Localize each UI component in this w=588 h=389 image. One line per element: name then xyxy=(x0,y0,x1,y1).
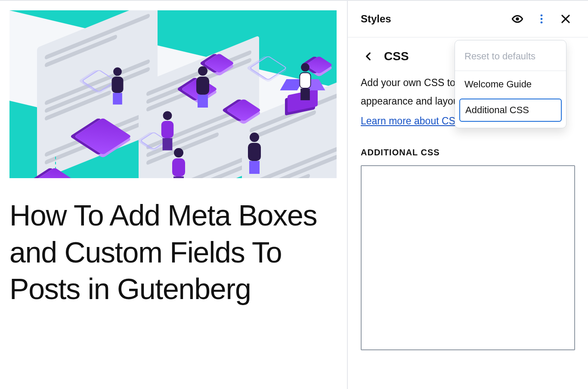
sidebar-body: Reset to defaults Welcome Guide Addition… xyxy=(348,37,588,389)
editor-canvas[interactable]: How To Add Meta Boxes and Custom Fields … xyxy=(0,1,347,389)
app-root: How To Add Meta Boxes and Custom Fields … xyxy=(0,0,588,389)
svg-point-0 xyxy=(516,17,519,20)
styles-sidebar: Styles Reset to defaults Welcome Guide A… xyxy=(347,1,588,389)
eye-icon xyxy=(511,13,523,25)
back-button[interactable] xyxy=(361,49,376,64)
menu-item-welcome-guide[interactable]: Welcome Guide xyxy=(455,71,566,96)
svg-point-1 xyxy=(541,14,543,16)
kebab-icon xyxy=(535,13,548,25)
more-options-button[interactable] xyxy=(532,9,551,28)
svg-point-3 xyxy=(541,22,543,24)
additional-css-label: ADDITIONAL CSS xyxy=(361,148,575,157)
options-dropdown: Reset to defaults Welcome Guide Addition… xyxy=(455,40,566,128)
sidebar-title: Styles xyxy=(361,13,391,25)
chevron-left-icon xyxy=(363,51,374,62)
menu-item-reset: Reset to defaults xyxy=(455,45,566,68)
style-book-button[interactable] xyxy=(508,9,527,28)
sidebar-section-title: CSS xyxy=(384,49,409,63)
close-icon xyxy=(560,13,572,25)
close-sidebar-button[interactable] xyxy=(556,9,575,28)
sidebar-header: Styles xyxy=(348,1,588,37)
post-title[interactable]: How To Add Meta Boxes and Custom Fields … xyxy=(9,197,319,308)
featured-image[interactable] xyxy=(9,10,337,178)
additional-css-textarea[interactable] xyxy=(361,165,575,350)
learn-more-link[interactable]: Learn more about CSS xyxy=(361,115,462,127)
svg-point-2 xyxy=(541,18,543,20)
menu-item-additional-css[interactable]: Additional CSS xyxy=(459,99,562,122)
